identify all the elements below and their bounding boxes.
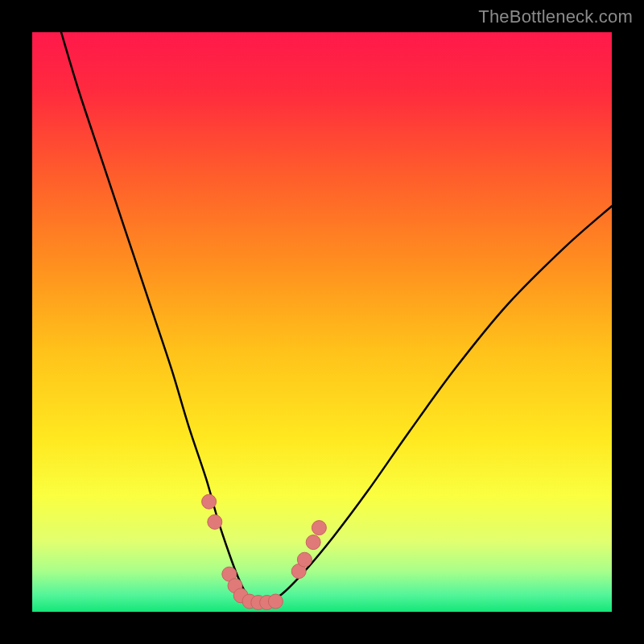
curve-marker [306, 535, 320, 550]
curve-marker [202, 494, 217, 509]
curve-marker [297, 552, 312, 567]
curve-marker [208, 514, 222, 529]
watermark-text: TheBottleneck.com [478, 6, 633, 27]
chart-canvas: TheBottleneck.com [0, 0, 644, 644]
chart-svg [32, 32, 612, 612]
plot-area [32, 32, 612, 612]
curve-marker [268, 594, 283, 609]
curve-marker [312, 521, 326, 535]
